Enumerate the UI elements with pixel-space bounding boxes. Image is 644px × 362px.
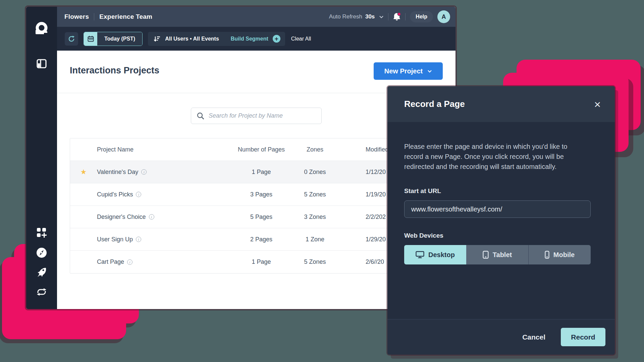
calendar-icon: [88, 36, 94, 42]
device-segmented-control: Desktop Tablet Mobile: [404, 245, 591, 264]
device-label: Tablet: [493, 251, 512, 259]
device-label: Mobile: [553, 251, 575, 259]
sort-icon: [153, 35, 161, 43]
header-divider: [405, 13, 406, 20]
web-devices-label: Web Devices: [404, 232, 590, 239]
panel-layout-icon: [37, 59, 47, 68]
sidebar-item-panels[interactable]: [26, 59, 57, 68]
team-name: Experience Team: [99, 13, 152, 20]
info-icon[interactable]: i: [136, 192, 141, 197]
project-pages: 1 Page: [231, 258, 291, 265]
col-number-of-pages: Number of Pages: [231, 146, 291, 153]
start-url-input[interactable]: [404, 200, 591, 218]
project-search: [191, 108, 322, 124]
project-name[interactable]: Valentine's Day: [97, 169, 138, 176]
search-icon: [197, 112, 205, 120]
project-pages: 5 Pages: [231, 214, 291, 221]
compass-icon: [36, 247, 47, 258]
sidebar-item-replay[interactable]: [26, 288, 57, 296]
filter-bar: Today (PST) All Users • All Events Build…: [57, 27, 455, 51]
quantum-logo[interactable]: [26, 21, 57, 36]
sidebar-nav: [26, 7, 57, 309]
url-label: Start at URL: [404, 187, 590, 195]
header-divider: [94, 13, 94, 20]
segment-pill: All Users • All Events Build Segment +: [148, 32, 285, 46]
help-button[interactable]: Help: [410, 11, 433, 22]
project-name[interactable]: Designer's Choice: [97, 214, 146, 221]
info-icon[interactable]: i: [127, 259, 132, 265]
cancel-button[interactable]: Cancel: [522, 333, 545, 341]
build-segment-link[interactable]: Build Segment: [231, 36, 268, 42]
project-zones: 3 Zones: [291, 214, 338, 221]
date-range-label: Today (PST): [97, 32, 142, 46]
col-project-name: Project Name: [97, 146, 231, 153]
auto-refresh-label: Auto Refresh: [329, 13, 362, 20]
refresh-button[interactable]: [65, 32, 78, 46]
calendar-segment: [84, 32, 97, 46]
device-label: Desktop: [428, 251, 455, 259]
chevron-down-icon[interactable]: [379, 15, 384, 18]
chevron-down-icon: [427, 70, 432, 73]
project-pages: 1 Page: [231, 169, 291, 176]
grid-plus-icon: [37, 228, 47, 238]
info-icon[interactable]: i: [136, 237, 141, 242]
date-range-picker[interactable]: Today (PST): [84, 32, 143, 46]
clear-all-button[interactable]: Clear All: [291, 36, 311, 42]
modal-footer: Cancel Record: [387, 319, 615, 355]
record-page-modal: Record a Page × Please enter the page an…: [387, 86, 615, 355]
notifications-button[interactable]: [393, 12, 401, 21]
repeat-icon: [36, 288, 47, 296]
sidebar-item-apps[interactable]: [26, 228, 57, 238]
project-pages: 2 Pages: [231, 236, 291, 243]
desktop-icon: [416, 251, 424, 258]
app-header: Flowers Experience Team Auto Refresh 30s: [57, 7, 455, 27]
modal-header: Record a Page ×: [387, 86, 615, 122]
add-segment-button[interactable]: +: [273, 35, 280, 43]
modal-body: Please enter the page and device in whic…: [387, 122, 615, 319]
info-icon[interactable]: i: [149, 214, 154, 220]
desktop-background: Flowers Experience Team Auto Refresh 30s: [0, 0, 644, 362]
search-input[interactable]: [191, 108, 322, 124]
project-name[interactable]: Cupid's Picks: [97, 191, 133, 198]
favorite-star-icon[interactable]: ★: [80, 168, 87, 176]
modal-title: Record a Page: [404, 99, 465, 109]
header-divider: [388, 13, 388, 20]
close-icon[interactable]: ×: [594, 99, 601, 110]
mobile-icon: [545, 251, 549, 259]
col-zones: Zones: [291, 146, 338, 153]
auto-refresh-value[interactable]: 30s: [365, 13, 375, 20]
device-desktop-button[interactable]: Desktop: [404, 245, 466, 264]
device-mobile-button[interactable]: Mobile: [528, 245, 591, 264]
device-tablet-button[interactable]: Tablet: [466, 245, 528, 264]
plus-icon: +: [275, 36, 278, 42]
tablet-icon: [483, 251, 489, 259]
info-icon[interactable]: i: [141, 169, 147, 175]
sidebar-item-launch[interactable]: [26, 267, 57, 278]
project-zones: 1 Zone: [291, 236, 338, 243]
sidebar-item-explore[interactable]: [26, 247, 57, 258]
q-logo-icon: [34, 21, 49, 36]
new-project-button[interactable]: New Project: [374, 62, 443, 80]
avatar[interactable]: A: [437, 10, 450, 23]
project-zones: 0 Zones: [291, 169, 338, 176]
segment-users-events[interactable]: All Users • All Events: [165, 36, 219, 42]
project-name[interactable]: User Sign Up: [97, 236, 133, 243]
page-title: Interactions Projects: [70, 65, 159, 76]
modal-description: Please enter the page and device in whic…: [404, 141, 587, 172]
project-zones: 5 Zones: [291, 258, 338, 265]
project-zones: 5 Zones: [291, 191, 338, 198]
refresh-icon: [68, 35, 75, 43]
rocket-icon: [36, 267, 47, 278]
project-pages: 3 Pages: [231, 191, 291, 198]
record-button[interactable]: Record: [561, 328, 605, 346]
bell-icon: [393, 12, 401, 21]
product-name: Flowers: [64, 13, 89, 20]
new-project-label: New Project: [384, 67, 423, 75]
project-name[interactable]: Cart Page: [97, 258, 124, 265]
